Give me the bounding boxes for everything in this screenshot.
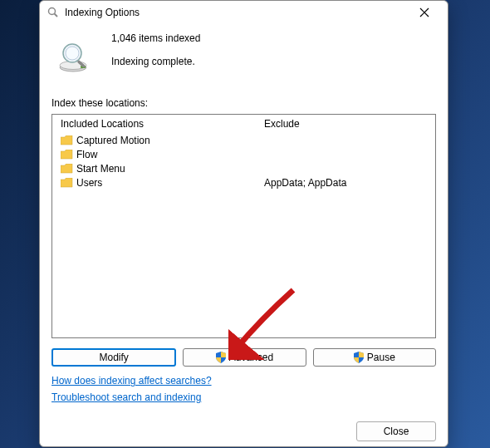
advanced-label: Advanced xyxy=(229,352,273,363)
location-name: Users xyxy=(76,177,102,189)
modify-label: Modify xyxy=(99,352,128,363)
location-row[interactable]: Start Menu xyxy=(61,161,427,175)
status-row: 1,046 items indexed Indexing complete. xyxy=(51,32,436,77)
folder-icon xyxy=(61,178,73,188)
items-indexed-count: 1,046 items indexed xyxy=(111,32,200,44)
location-name: Start Menu xyxy=(76,163,125,175)
indexing-options-dialog: Indexing Options 1,046 items inde xyxy=(39,0,448,447)
indexing-options-icon xyxy=(47,6,60,19)
column-included: Included Locations xyxy=(61,118,264,130)
locations-listbox[interactable]: Included Locations Exclude Captured Moti… xyxy=(51,114,436,338)
location-row[interactable]: Captured Motion xyxy=(61,133,427,147)
column-exclude: Exclude xyxy=(264,118,427,130)
index-locations-label: Index these locations: xyxy=(51,97,436,109)
location-exclude: AppData; AppData xyxy=(264,177,427,189)
locations-rows: Captured Motion Flow xyxy=(52,131,435,191)
location-name: Captured Motion xyxy=(76,135,150,146)
location-name: Flow xyxy=(76,149,97,160)
modify-button[interactable]: Modify xyxy=(51,348,176,367)
advanced-button[interactable]: Advanced xyxy=(183,348,306,367)
buttons-row: Modify Advanced Pause xyxy=(51,348,436,367)
pause-button[interactable]: Pause xyxy=(313,348,436,367)
dialog-title: Indexing Options xyxy=(65,7,408,18)
location-row[interactable]: Flow xyxy=(61,147,427,161)
locations-header: Included Locations Exclude xyxy=(52,115,435,131)
shield-icon xyxy=(216,352,226,363)
svg-point-0 xyxy=(49,8,56,15)
shield-icon xyxy=(354,352,364,363)
status-texts: 1,046 items indexed Indexing complete. xyxy=(111,32,200,67)
folder-icon xyxy=(61,150,73,160)
titlebar: Indexing Options xyxy=(40,1,448,24)
close-button[interactable]: Close xyxy=(356,421,436,441)
magnifier-disk-icon xyxy=(56,37,96,77)
help-link-troubleshoot[interactable]: Troubleshoot search and indexing xyxy=(51,391,436,403)
dialog-body: 1,046 items indexed Indexing complete. I… xyxy=(40,24,448,415)
indexing-state: Indexing complete. xyxy=(111,56,200,67)
folder-icon xyxy=(61,135,73,145)
folder-icon xyxy=(61,164,73,174)
help-link-how-affect[interactable]: How does indexing affect searches? xyxy=(51,375,436,386)
svg-line-1 xyxy=(55,14,58,17)
close-icon[interactable] xyxy=(408,1,441,24)
pause-label: Pause xyxy=(367,352,395,363)
links-area: How does indexing affect searches? Troub… xyxy=(51,375,436,408)
footer-row: Close xyxy=(40,415,448,448)
svg-point-8 xyxy=(66,47,79,60)
location-row[interactable]: Users AppData; AppData xyxy=(61,175,427,190)
